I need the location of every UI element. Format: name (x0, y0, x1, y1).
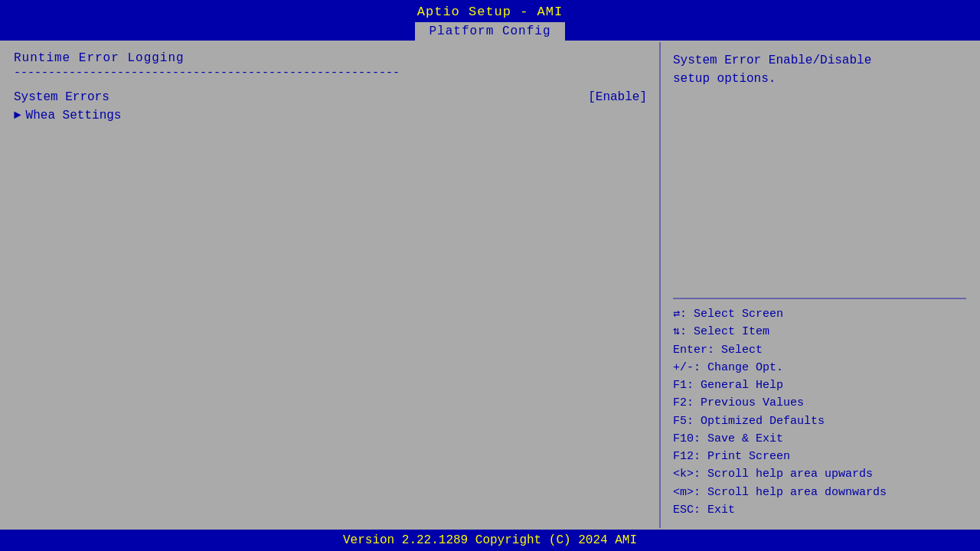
key-help-line-6: F2: Previous Values (673, 394, 966, 412)
help-line-1: System Error Enable/Disable (673, 54, 871, 67)
key-help-line-5: F1: General Help (673, 377, 966, 394)
key-help-line-4: +/-: Change Opt. (673, 359, 966, 377)
separator: ----------------------------------------… (14, 67, 647, 80)
key-help-line-10: <k>: Scroll help area upwards (673, 465, 966, 483)
whea-settings-label: Whea Settings (26, 109, 122, 122)
system-errors-item[interactable]: System Errors [Enable] (14, 90, 647, 104)
key-help-line-11: <m>: Scroll help area downwards (673, 484, 966, 501)
key-help-line-8: F10: Save & Exit (673, 430, 966, 448)
footer-text: Version 2.22.1289 Copyright (C) 2024 AMI (343, 533, 637, 547)
help-text: System Error Enable/Disable setup option… (673, 51, 966, 292)
app-title: Aptio Setup - AMI (0, 5, 980, 22)
key-help-line-2: ⇅: Select Item (673, 323, 966, 341)
submenu-arrow-icon: ► (14, 109, 21, 122)
left-panel: Runtime Error Logging ------------------… (2, 42, 661, 528)
system-errors-label: System Errors (14, 90, 588, 104)
header: Aptio Setup - AMI Platform Config (0, 0, 980, 41)
key-help-line-9: F12: Print Screen (673, 448, 966, 465)
main-content: Runtime Error Logging ------------------… (0, 41, 980, 530)
key-help: ⇄: Select Screen ⇅: Select Item Enter: S… (673, 305, 966, 519)
divider (673, 298, 966, 299)
key-help-line-7: F5: Optimized Defaults (673, 412, 966, 430)
key-help-line-12: ESC: Exit (673, 501, 966, 519)
key-help-line-1: ⇄: Select Screen (673, 305, 966, 323)
footer: Version 2.22.1289 Copyright (C) 2024 AMI (0, 530, 980, 551)
whea-settings-item[interactable]: ► Whea Settings (14, 109, 647, 122)
platform-config-tab[interactable]: Platform Config (415, 22, 564, 41)
right-panel: System Error Enable/Disable setup option… (661, 42, 978, 528)
section-title: Runtime Error Logging (14, 51, 647, 65)
help-line-2: setup options. (673, 72, 776, 86)
system-errors-value: [Enable] (588, 90, 647, 104)
key-help-line-3: Enter: Select (673, 341, 966, 359)
